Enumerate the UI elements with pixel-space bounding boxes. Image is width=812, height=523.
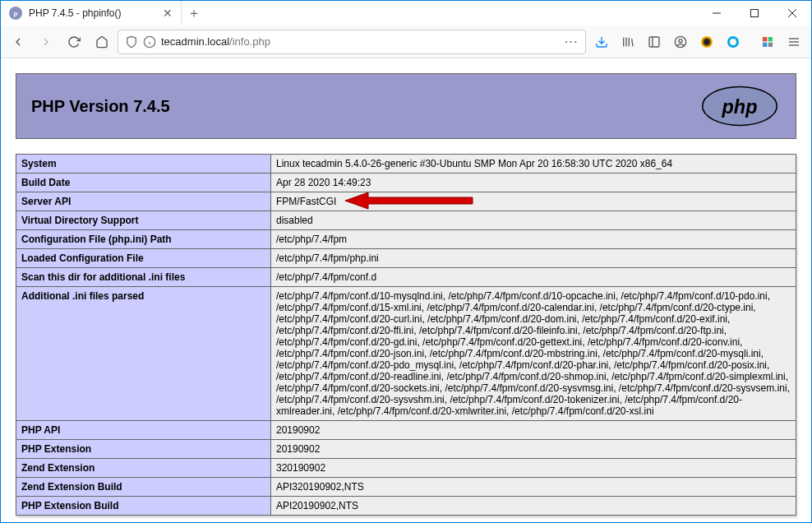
svg-rect-1 (751, 10, 759, 17)
extension-3-icon[interactable] (755, 30, 780, 54)
titlebar: p PHP 7.4.5 - phpinfo() ✕ ＋ (1, 1, 811, 25)
php-logo-icon: php (699, 86, 781, 127)
browser-toolbar: tecadmin.local/info.php ··· (1, 25, 811, 58)
php-version-heading: PHP Version 7.4.5 (31, 97, 170, 116)
table-row: Server APIFPM/FastCGI (16, 192, 796, 211)
url-host: tecadmin.local (161, 35, 229, 48)
downloads-button[interactable] (589, 30, 614, 54)
svg-point-15 (679, 39, 682, 42)
url-actions-icon[interactable]: ··· (565, 35, 579, 48)
info-key: PHP Extension Build (16, 497, 271, 516)
info-value: /etc/php/7.4/fpm/conf.d (271, 268, 796, 287)
close-window-button[interactable] (773, 1, 811, 25)
reload-button[interactable] (62, 30, 86, 54)
table-row: Build DateApr 28 2020 14:49:23 (16, 174, 796, 192)
extension-2-icon[interactable] (721, 30, 745, 54)
svg-line-11 (632, 39, 633, 46)
info-value: 20190902 (271, 421, 796, 440)
table-row: Virtual Directory Supportdisabled (16, 211, 796, 230)
new-tab-button[interactable]: ＋ (182, 1, 206, 25)
menu-button[interactable] (782, 30, 806, 54)
info-key: Configuration File (php.ini) Path (16, 230, 271, 249)
svg-marker-25 (345, 192, 473, 209)
svg-rect-17 (768, 37, 773, 41)
table-row: Additional .ini files parsed/etc/php/7.4… (16, 287, 796, 421)
info-value: API20190902,NTS (271, 497, 796, 516)
svg-rect-19 (768, 42, 773, 46)
back-button[interactable] (6, 30, 30, 54)
minimize-button[interactable] (698, 1, 736, 25)
table-row: Zend Extension BuildAPI320190902,NTS (16, 478, 796, 497)
info-key: Loaded Configuration File (16, 249, 271, 268)
url-bar[interactable]: tecadmin.local/info.php ··· (118, 30, 586, 54)
info-value: /etc/php/7.4/fpm/conf.d/10-mysqlnd.ini, … (271, 287, 796, 421)
info-value: Linux tecadmin 5.4.0-26-generic #30-Ubun… (271, 155, 796, 174)
tab-title: PHP 7.4.5 - phpinfo() (29, 7, 156, 19)
info-key: System (16, 155, 271, 174)
info-key: PHP Extension (16, 440, 271, 459)
table-row: PHP Extension20190902 (16, 440, 796, 459)
info-key: Scan this dir for additional .ini files (16, 268, 271, 287)
table-row: Configuration File (php.ini) Path/etc/ph… (16, 230, 796, 249)
table-row: SystemLinux tecadmin 5.4.0-26-generic #3… (16, 155, 796, 174)
url-path: /info.php (229, 35, 270, 48)
extension-1-icon[interactable] (694, 30, 719, 54)
window-controls (698, 1, 811, 25)
info-value: FPM/FastCGI (271, 192, 796, 211)
browser-tab[interactable]: p PHP 7.4.5 - phpinfo() ✕ (1, 1, 182, 25)
maximize-button[interactable] (736, 1, 773, 25)
table-row: Zend Extension320190902 (16, 459, 796, 478)
info-value: 320190902 (271, 459, 796, 478)
forward-button[interactable] (34, 30, 58, 54)
info-value: API320190902,NTS (271, 478, 796, 497)
info-value: 20190902 (271, 440, 796, 459)
svg-rect-18 (763, 42, 767, 46)
info-value: /etc/php/7.4/fpm (271, 230, 796, 249)
info-icon (143, 35, 156, 49)
close-tab-icon[interactable]: ✕ (163, 7, 173, 20)
page-content[interactable]: PHP Version 7.4.5 php SystemLinux tecadm… (1, 58, 811, 522)
table-row: Scan this dir for additional .ini files/… (16, 268, 796, 287)
php-favicon-icon: p (9, 7, 22, 20)
svg-rect-12 (649, 37, 659, 47)
table-row: Loaded Configuration File/etc/php/7.4/fp… (16, 249, 796, 268)
phpinfo-table: SystemLinux tecadmin 5.4.0-26-generic #3… (16, 154, 796, 516)
info-key: Zend Extension Build (16, 478, 271, 497)
account-button[interactable] (668, 30, 693, 54)
highlight-arrow-icon (345, 191, 477, 211)
info-key: Zend Extension (16, 459, 271, 478)
svg-text:php: php (722, 96, 758, 118)
library-button[interactable] (616, 30, 640, 54)
info-key: Additional .ini files parsed (16, 287, 271, 421)
shield-icon (125, 35, 138, 49)
table-row: PHP Extension BuildAPI20190902,NTS (16, 497, 796, 516)
table-row: PHP API20190902 (16, 421, 796, 440)
info-value: disabled (271, 211, 796, 230)
sidebar-button[interactable] (642, 30, 667, 54)
info-key: Server API (16, 192, 271, 211)
home-button[interactable] (90, 30, 114, 54)
php-header: PHP Version 7.4.5 php (16, 73, 796, 139)
info-value: /etc/php/7.4/fpm/php.ini (271, 249, 796, 268)
svg-rect-16 (763, 37, 767, 41)
info-key: Build Date (16, 174, 271, 192)
info-value: Apr 28 2020 14:49:23 (271, 174, 796, 192)
info-key: PHP API (16, 421, 271, 440)
info-key: Virtual Directory Support (16, 211, 271, 230)
